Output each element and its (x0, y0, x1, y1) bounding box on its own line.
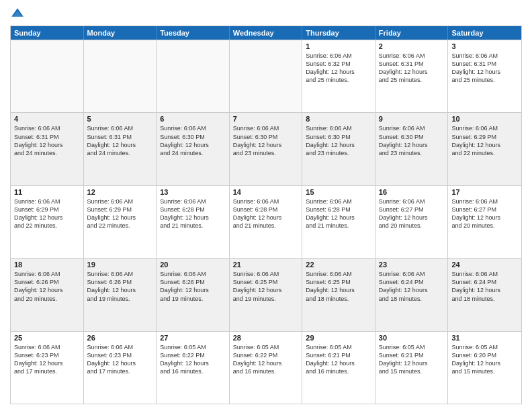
day-number: 23 (379, 261, 445, 269)
cell-daylight-text: Sunrise: 6:06 AM Sunset: 6:31 PM Dayligh… (87, 124, 153, 157)
day-number: 28 (233, 334, 299, 342)
calendar-cell: 18Sunrise: 6:06 AM Sunset: 6:26 PM Dayli… (11, 259, 84, 330)
cell-daylight-text: Sunrise: 6:06 AM Sunset: 6:30 PM Dayligh… (233, 124, 299, 157)
calendar-cell: 4Sunrise: 6:06 AM Sunset: 6:31 PM Daylig… (11, 113, 84, 185)
day-number: 29 (306, 334, 371, 342)
day-number: 17 (451, 188, 518, 196)
cell-daylight-text: Sunrise: 6:05 AM Sunset: 6:20 PM Dayligh… (451, 343, 518, 376)
calendar-header-cell: Monday (84, 26, 157, 40)
calendar-row: 4Sunrise: 6:06 AM Sunset: 6:31 PM Daylig… (11, 112, 521, 185)
cell-daylight-text: Sunrise: 6:06 AM Sunset: 6:23 PM Dayligh… (14, 343, 80, 376)
day-number: 25 (14, 334, 80, 342)
day-number: 5 (87, 115, 153, 123)
calendar-cell: 9Sunrise: 6:06 AM Sunset: 6:30 PM Daylig… (375, 113, 449, 185)
calendar-header-cell: Thursday (302, 26, 375, 40)
calendar-row: 25Sunrise: 6:06 AM Sunset: 6:23 PM Dayli… (11, 331, 521, 404)
calendar-cell (157, 40, 230, 112)
day-number: 14 (233, 188, 299, 196)
logo (10, 7, 28, 21)
day-number: 1 (306, 42, 371, 50)
calendar-cell (230, 40, 303, 112)
cell-daylight-text: Sunrise: 6:06 AM Sunset: 6:27 PM Dayligh… (379, 197, 445, 230)
cell-daylight-text: Sunrise: 6:06 AM Sunset: 6:31 PM Dayligh… (379, 52, 445, 85)
cell-daylight-text: Sunrise: 6:06 AM Sunset: 6:24 PM Dayligh… (379, 270, 445, 303)
cell-daylight-text: Sunrise: 6:06 AM Sunset: 6:30 PM Dayligh… (306, 124, 371, 157)
day-number: 10 (451, 115, 518, 123)
calendar-cell: 30Sunrise: 6:05 AM Sunset: 6:21 PM Dayli… (375, 332, 449, 404)
cell-daylight-text: Sunrise: 6:06 AM Sunset: 6:31 PM Dayligh… (14, 124, 80, 157)
day-number: 15 (306, 188, 371, 196)
cell-daylight-text: Sunrise: 6:06 AM Sunset: 6:28 PM Dayligh… (160, 197, 226, 230)
day-number: 3 (451, 42, 518, 50)
cell-daylight-text: Sunrise: 6:06 AM Sunset: 6:29 PM Dayligh… (14, 197, 80, 230)
calendar-header-cell: Tuesday (157, 26, 230, 40)
day-number: 22 (306, 261, 371, 269)
calendar-cell: 17Sunrise: 6:06 AM Sunset: 6:27 PM Dayli… (448, 186, 521, 258)
calendar-cell: 25Sunrise: 6:06 AM Sunset: 6:23 PM Dayli… (11, 332, 84, 404)
calendar-cell (11, 40, 84, 112)
day-number: 11 (14, 188, 80, 196)
day-number: 30 (379, 334, 445, 342)
cell-daylight-text: Sunrise: 6:06 AM Sunset: 6:29 PM Dayligh… (451, 124, 518, 157)
cell-daylight-text: Sunrise: 6:06 AM Sunset: 6:24 PM Dayligh… (451, 270, 518, 303)
day-number: 19 (87, 261, 153, 269)
calendar-cell: 22Sunrise: 6:06 AM Sunset: 6:25 PM Dayli… (302, 259, 375, 330)
cell-daylight-text: Sunrise: 6:06 AM Sunset: 6:28 PM Dayligh… (306, 197, 371, 230)
calendar-header: SundayMondayTuesdayWednesdayThursdayFrid… (11, 26, 521, 40)
cell-daylight-text: Sunrise: 6:06 AM Sunset: 6:26 PM Dayligh… (87, 270, 153, 303)
calendar-cell: 8Sunrise: 6:06 AM Sunset: 6:30 PM Daylig… (302, 113, 375, 185)
calendar-cell: 12Sunrise: 6:06 AM Sunset: 6:29 PM Dayli… (84, 186, 157, 258)
calendar-cell: 19Sunrise: 6:06 AM Sunset: 6:26 PM Dayli… (84, 259, 157, 330)
calendar-cell: 14Sunrise: 6:06 AM Sunset: 6:28 PM Dayli… (230, 186, 303, 258)
cell-daylight-text: Sunrise: 6:06 AM Sunset: 6:32 PM Dayligh… (306, 52, 371, 85)
calendar-cell: 10Sunrise: 6:06 AM Sunset: 6:29 PM Dayli… (448, 113, 521, 185)
day-number: 8 (306, 115, 371, 123)
cell-daylight-text: Sunrise: 6:06 AM Sunset: 6:26 PM Dayligh… (160, 270, 226, 303)
cell-daylight-text: Sunrise: 6:05 AM Sunset: 6:21 PM Dayligh… (306, 343, 371, 376)
cell-daylight-text: Sunrise: 6:05 AM Sunset: 6:22 PM Dayligh… (233, 343, 299, 376)
calendar-cell: 11Sunrise: 6:06 AM Sunset: 6:29 PM Dayli… (11, 186, 84, 258)
cell-daylight-text: Sunrise: 6:06 AM Sunset: 6:25 PM Dayligh… (233, 270, 299, 303)
calendar-row: 1Sunrise: 6:06 AM Sunset: 6:32 PM Daylig… (11, 40, 521, 112)
cell-daylight-text: Sunrise: 6:06 AM Sunset: 6:23 PM Dayligh… (87, 343, 153, 376)
logo-icon (10, 7, 25, 21)
cell-daylight-text: Sunrise: 6:06 AM Sunset: 6:27 PM Dayligh… (451, 197, 518, 230)
calendar-cell: 1Sunrise: 6:06 AM Sunset: 6:32 PM Daylig… (302, 40, 375, 112)
cell-daylight-text: Sunrise: 6:06 AM Sunset: 6:25 PM Dayligh… (306, 270, 371, 303)
day-number: 13 (160, 188, 226, 196)
day-number: 2 (379, 42, 445, 50)
day-number: 26 (87, 334, 153, 342)
calendar-cell: 6Sunrise: 6:06 AM Sunset: 6:30 PM Daylig… (157, 113, 230, 185)
calendar-cell: 20Sunrise: 6:06 AM Sunset: 6:26 PM Dayli… (157, 259, 230, 330)
day-number: 27 (160, 334, 226, 342)
cell-daylight-text: Sunrise: 6:06 AM Sunset: 6:30 PM Dayligh… (379, 124, 445, 157)
cell-daylight-text: Sunrise: 6:06 AM Sunset: 6:28 PM Dayligh… (233, 197, 299, 230)
day-number: 9 (379, 115, 445, 123)
day-number: 12 (87, 188, 153, 196)
cell-daylight-text: Sunrise: 6:06 AM Sunset: 6:29 PM Dayligh… (87, 197, 153, 230)
calendar-cell: 16Sunrise: 6:06 AM Sunset: 6:27 PM Dayli… (375, 186, 449, 258)
calendar-cell: 23Sunrise: 6:06 AM Sunset: 6:24 PM Dayli… (375, 259, 449, 330)
calendar-cell: 3Sunrise: 6:06 AM Sunset: 6:31 PM Daylig… (448, 40, 521, 112)
day-number: 6 (160, 115, 226, 123)
calendar-cell: 28Sunrise: 6:05 AM Sunset: 6:22 PM Dayli… (230, 332, 303, 404)
calendar-body: 1Sunrise: 6:06 AM Sunset: 6:32 PM Daylig… (11, 40, 521, 404)
page: SundayMondayTuesdayWednesdayThursdayFrid… (0, 0, 532, 411)
calendar-cell: 2Sunrise: 6:06 AM Sunset: 6:31 PM Daylig… (375, 40, 449, 112)
calendar-cell: 21Sunrise: 6:06 AM Sunset: 6:25 PM Dayli… (230, 259, 303, 330)
calendar-header-cell: Wednesday (230, 26, 303, 40)
calendar-row: 11Sunrise: 6:06 AM Sunset: 6:29 PM Dayli… (11, 185, 521, 258)
calendar-cell: 15Sunrise: 6:06 AM Sunset: 6:28 PM Dayli… (302, 186, 375, 258)
day-number: 18 (14, 261, 80, 269)
day-number: 7 (233, 115, 299, 123)
day-number: 16 (379, 188, 445, 196)
header (10, 7, 522, 21)
calendar-cell: 5Sunrise: 6:06 AM Sunset: 6:31 PM Daylig… (84, 113, 157, 185)
cell-daylight-text: Sunrise: 6:05 AM Sunset: 6:21 PM Dayligh… (379, 343, 445, 376)
calendar-header-cell: Saturday (448, 26, 521, 40)
calendar-cell: 26Sunrise: 6:06 AM Sunset: 6:23 PM Dayli… (84, 332, 157, 404)
day-number: 31 (451, 334, 518, 342)
cell-daylight-text: Sunrise: 6:05 AM Sunset: 6:22 PM Dayligh… (160, 343, 226, 376)
calendar-cell: 7Sunrise: 6:06 AM Sunset: 6:30 PM Daylig… (230, 113, 303, 185)
calendar-cell: 27Sunrise: 6:05 AM Sunset: 6:22 PM Dayli… (157, 332, 230, 404)
